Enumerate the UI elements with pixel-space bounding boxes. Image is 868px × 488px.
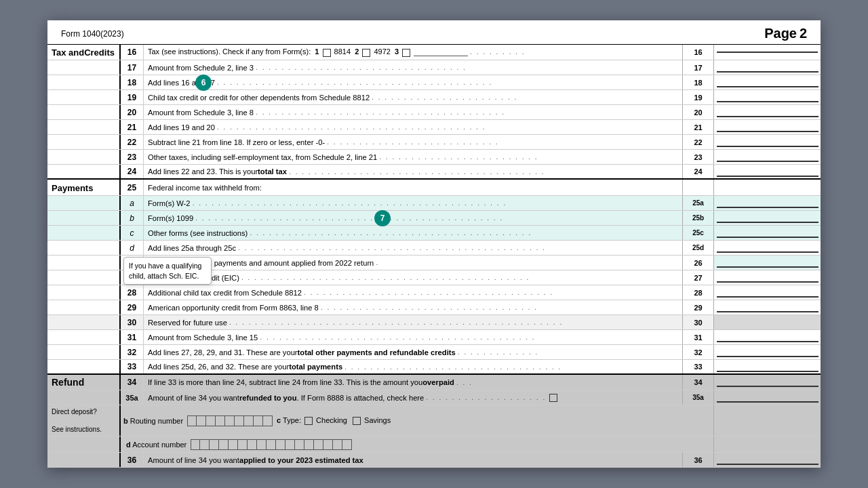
line-22-num: 22 — [121, 135, 144, 149]
line-25-header-row: Payments 25 Federal income tax withheld … — [47, 180, 821, 196]
line-22-row: 22 Subtract line 21 from line 18. If zer… — [47, 135, 821, 150]
line-16-input[interactable] — [713, 45, 821, 60]
line-35b-right — [713, 405, 821, 436]
line-17-input[interactable] — [713, 60, 821, 75]
line-19-ref: 19 — [682, 90, 713, 104]
line-31-num: 31 — [121, 330, 144, 344]
line-16-num: 16 — [121, 45, 144, 60]
line-22-desc: Subtract line 21 from line 18. If zero o… — [144, 135, 682, 149]
line-29-num: 29 — [121, 300, 144, 314]
line-26-row: If you have a qualifying child, attach S… — [47, 256, 821, 270]
line-23-ref: 23 — [682, 150, 713, 164]
section-spacer-29 — [47, 300, 121, 314]
section-spacer-25d — [47, 241, 121, 255]
line-21-input[interactable] — [713, 120, 821, 134]
section-spacer-direct: Direct deposit? See instructions. — [47, 405, 121, 436]
routing-boxes[interactable] — [187, 415, 273, 426]
line-19-row: 19 Child tax credit or credit for other … — [47, 90, 821, 105]
section-spacer-36 — [47, 453, 121, 467]
line-25b-input[interactable] — [713, 211, 821, 225]
line-31-ref: 31 — [682, 330, 713, 344]
line-25-num: 25 — [121, 180, 144, 195]
line-24-input[interactable] — [713, 165, 821, 178]
checkbox-1[interactable] — [323, 49, 331, 57]
section-spacer-31 — [47, 330, 121, 344]
line-32-ref: 32 — [682, 345, 713, 359]
line-28-input[interactable] — [713, 285, 821, 300]
line-32-input[interactable] — [713, 345, 821, 359]
line-29-row: 29 American opportunity credit from Form… — [47, 300, 821, 315]
tooltip-eic: If you have a qualifying child, attach S… — [123, 257, 212, 285]
line-34-input[interactable] — [713, 375, 821, 390]
line-21-row: 21 Add lines 19 and 20 . . . . . . . . .… — [47, 120, 821, 135]
line-23-input[interactable] — [713, 150, 821, 164]
line-22-input[interactable] — [713, 135, 821, 149]
line-25c-input[interactable] — [713, 226, 821, 240]
section-spacer-19 — [47, 90, 121, 104]
line-36-num: 36 — [121, 453, 144, 467]
checkbox-2[interactable] — [362, 49, 370, 57]
line-24-num: 24 — [121, 165, 144, 178]
checkbox-savings[interactable] — [353, 417, 361, 425]
line-25d-num: d — [121, 241, 144, 255]
payments-label: Payments — [47, 180, 121, 195]
line-33-input[interactable] — [713, 360, 821, 373]
tax-credits-label: Tax and Credits — [47, 45, 121, 60]
section-spacer-25b — [47, 211, 121, 225]
line-25d-row: d Add lines 25a through 25c . . . . . . … — [47, 241, 821, 256]
line-33-desc: Add lines 25d, 26, and 32. These are you… — [144, 360, 682, 373]
checkbox-8888[interactable] — [549, 394, 557, 402]
line-27-input[interactable] — [713, 270, 821, 285]
line-22-ref: 22 — [682, 135, 713, 149]
line-30-input — [713, 315, 821, 329]
line-25-desc: Federal income tax withheld from: — [144, 180, 682, 195]
line-18-num: 18 — [121, 75, 144, 89]
section-spacer-24 — [47, 165, 121, 178]
line-29-input[interactable] — [713, 300, 821, 314]
line-35a-input[interactable] — [713, 390, 821, 405]
section-spacer-20 — [47, 105, 121, 119]
section-spacer-28 — [47, 285, 121, 300]
line-36-input[interactable] — [713, 453, 821, 467]
account-boxes[interactable] — [191, 439, 352, 450]
line-25a-ref: 25a — [682, 196, 713, 210]
section-spacer-27 — [47, 270, 121, 285]
section-spacer-17 — [47, 60, 121, 75]
line-26-input[interactable] — [713, 256, 821, 270]
line-29-desc: American opportunity credit from Form 88… — [144, 300, 682, 314]
line-25b-num: b — [121, 211, 144, 225]
line-25d-desc: Add lines 25a through 25c . . . . . . . … — [144, 241, 682, 255]
line-33-ref: 33 — [682, 360, 713, 373]
checkbox-3[interactable] — [402, 49, 410, 57]
section-spacer-25c — [47, 226, 121, 240]
line-18-input[interactable] — [713, 75, 821, 89]
line-20-input[interactable] — [713, 105, 821, 119]
line-20-desc: Amount from Schedule 3, line 8 . . . . .… — [144, 105, 682, 119]
line-35b-row: Direct deposit? See instructions. b Rout… — [47, 405, 821, 436]
section-spacer-26 — [47, 256, 121, 270]
section-spacer-25a — [47, 196, 121, 210]
line-28-num: 28 — [121, 285, 144, 300]
section-spacer-22 — [47, 135, 121, 149]
line-25d-input[interactable] — [713, 241, 821, 255]
checkbox-checking[interactable] — [304, 417, 313, 425]
line-28-row: 28 Additional child tax credit from Sche… — [47, 285, 821, 300]
line-21-desc: Add lines 19 and 20 . . . . . . . . . . … — [144, 120, 682, 134]
line-35d-row: d Account number — [47, 436, 821, 453]
line-19-desc: Child tax credit or credit for other dep… — [144, 90, 682, 104]
line-25-input — [713, 180, 821, 195]
form-body: Tax and Credits 16 Tax (see instructions… — [47, 45, 821, 468]
section-spacer-32 — [47, 345, 121, 359]
line-25a-num: a — [121, 196, 144, 210]
line-25a-input[interactable] — [713, 196, 821, 210]
line-36-ref: 36 — [682, 453, 713, 467]
line-34-row: Refund 34 If line 33 is more than line 2… — [47, 375, 821, 390]
line-21-ref: 21 — [682, 120, 713, 134]
line-23-desc: Other taxes, including self-employment t… — [144, 150, 682, 164]
section-spacer-18 — [47, 75, 121, 89]
line-34-desc: If line 33 is more than line 24, subtrac… — [144, 375, 682, 390]
line-31-row: 31 Amount from Schedule 3, line 15 . . .… — [47, 330, 821, 345]
line-31-input[interactable] — [713, 330, 821, 344]
line-19-input[interactable] — [713, 90, 821, 104]
line-17-num: 17 — [121, 60, 144, 75]
